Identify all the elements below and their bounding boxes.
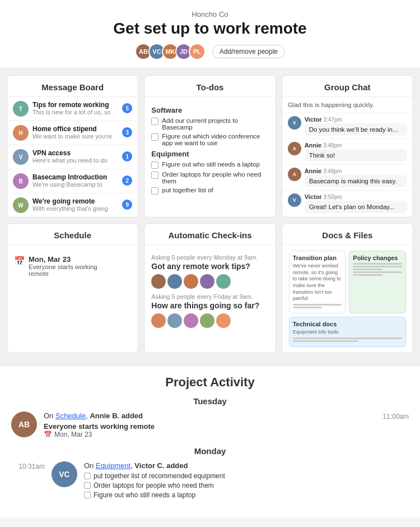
avatar: T [13, 101, 29, 117]
todo-label: Order laptops for people who need them [94, 482, 214, 489]
calendar-icon: 📅 [14, 256, 25, 266]
unread-badge: 1 [122, 151, 132, 161]
todo-checkbox[interactable] [151, 172, 158, 179]
unread-badge: 5 [122, 103, 132, 113]
todo-label: Figure out who still needs a laptop [162, 161, 260, 168]
avatar: V [13, 149, 29, 165]
chat-bubble: Think so! [305, 149, 407, 161]
schedule-link[interactable]: Schedule [55, 412, 86, 420]
auto-checkins-card: Automatic Check-ins Asking 5 people ever… [144, 223, 276, 353]
todo-checkbox[interactable] [84, 492, 91, 498]
doc-line [353, 266, 402, 267]
avatar [216, 313, 231, 328]
chat-meta: Annie 3:48pm [305, 142, 407, 149]
todo-section-software: Software [151, 106, 268, 114]
page-header: Honcho Co Get set up to work remote AB V… [0, 0, 420, 68]
activity-item: AB On Schedule, Annie B. added Everyone … [11, 412, 409, 438]
todo-label: Order laptops for people who need them [162, 171, 268, 184]
checkin-question: Got any remote work tips? [151, 262, 268, 271]
schedule-card: Schedule 📅 Mon, Mar 23 Everyone starts w… [7, 223, 138, 353]
docs-files-title: Docs & Files [282, 224, 413, 245]
docs-content: Transition plan We've never worked remot… [282, 245, 413, 353]
checkin-ask: Asking 5 people every Friday at 9am. [151, 293, 268, 300]
todo-item: Order laptops for people who need them [151, 171, 268, 184]
avatar: V [288, 193, 301, 207]
activity-day-tuesday: Tuesday [11, 396, 409, 406]
doc-item[interactable]: Technical docs Equipment info tools [289, 317, 406, 347]
message-title: Tips for remote working [32, 101, 118, 109]
doc-body: We've never worked remote, so it's going… [293, 263, 342, 302]
activity-time: 11:00am [375, 412, 409, 420]
equipment-link[interactable]: Equipment [96, 461, 130, 470]
activity-time: 10:31am [11, 461, 45, 470]
todos-content: Software Add our current projects to Bas… [144, 97, 275, 202]
message-preview: This is new for a lot of us, so [32, 109, 118, 115]
list-item[interactable]: B Basecamp Introduction We're using Base… [7, 169, 138, 193]
chat-meta: Victor 3:50pm [305, 193, 407, 200]
group-chat-card: Group Chat Glad this is happening quickl… [282, 75, 413, 218]
unread-badge: 9 [122, 200, 132, 210]
todos-card: To-dos Software Add our current projects… [144, 75, 276, 218]
chat-first-message: Glad this is happening quickly. [282, 97, 413, 113]
todo-label: Add our current projects to Basecamp [162, 117, 268, 131]
todo-label: put together list of recommended equipme… [94, 472, 225, 480]
list-item[interactable]: T Tips for remote working This is new fo… [7, 97, 138, 121]
checkin-question: How are things going so far? [151, 301, 268, 310]
avatar [167, 274, 182, 289]
todo-item-activity: Order laptops for people who need them [84, 482, 409, 489]
schedule-title: Schedule [7, 224, 138, 245]
message-title: We're going remote [32, 197, 118, 205]
chat-meta: Victor 3:47pm [305, 116, 407, 123]
add-people-button[interactable]: Add/remove people [212, 45, 285, 58]
cards-grid: Message Board T Tips for remote working … [7, 75, 413, 353]
doc-item[interactable]: Transition plan We've never worked remot… [289, 251, 346, 313]
todo-checkbox[interactable] [151, 161, 158, 169]
todo-item-activity: Figure out who still needs a laptop [84, 491, 409, 499]
header-avatars: AB VC MK JD PL Add/remove people [11, 43, 409, 60]
avatar: B [13, 173, 29, 189]
todo-label: put together list of [162, 187, 213, 193]
chat-bubble: Great! Let's plan on Monday... [305, 201, 407, 213]
schedule-event: 📅 Mon, Mar 23 Everyone starts workingrem… [14, 255, 131, 277]
doc-title: Technical docs [293, 321, 402, 327]
activity-event-name: Everyone starts working remote [44, 422, 368, 431]
chat-message: A Annie 3:48pm Basecamp is making this e… [282, 165, 413, 191]
activity-item: 10:31am VC On Equipment, Victor C. added… [11, 461, 409, 501]
todo-checkbox[interactable] [151, 118, 158, 125]
activity-desc: On Schedule, Annie B. added [44, 412, 368, 420]
avatar [184, 274, 198, 289]
chat-bubble: Do you think we'll be ready in... [305, 123, 407, 136]
unread-badge: 2 [122, 175, 132, 186]
avatar: AB [11, 412, 37, 437]
doc-title: Transition plan [293, 255, 342, 261]
avatar [200, 313, 214, 328]
avatar: H [13, 125, 29, 141]
todo-checkbox[interactable] [151, 187, 158, 195]
avatar [200, 274, 214, 289]
todo-checkbox[interactable] [84, 482, 91, 489]
avatar [151, 313, 166, 328]
activity-body: On Equipment, Victor C. added put togeth… [84, 461, 409, 501]
todo-checkbox[interactable] [151, 133, 158, 141]
avatar: VC [52, 461, 77, 487]
list-item[interactable]: H Home office stipend We want to make su… [7, 121, 138, 145]
checkin-ask: Asking 5 people every Monday at 9am. [151, 254, 268, 261]
activity-desc: On Equipment, Victor C. added [84, 461, 409, 470]
checkin-item: Asking 5 people every Friday at 9am. How… [151, 293, 268, 328]
doc-title: Policy changes [353, 255, 402, 261]
doc-line [353, 263, 402, 265]
list-item[interactable]: V VPN access Here's what you need to do … [7, 145, 138, 169]
list-item[interactable]: W We're going remote With everything tha… [7, 193, 138, 217]
todo-checkbox[interactable] [84, 473, 91, 479]
message-preview: Here's what you need to do [32, 157, 118, 164]
doc-line [353, 269, 382, 270]
main-content: Message Board T Tips for remote working … [0, 68, 420, 366]
todo-label: Figure out who still needs a laptop [94, 491, 195, 499]
auto-checkins-title: Automatic Check-ins [144, 224, 275, 245]
activity-title: Project Activity [11, 375, 409, 390]
message-title: VPN access [32, 149, 118, 157]
todo-item: Add our current projects to Basecamp [151, 117, 268, 131]
checkin-item: Asking 5 people every Monday at 9am. Got… [151, 254, 268, 289]
avatar: W [13, 197, 29, 213]
doc-item[interactable]: Policy changes [349, 251, 406, 313]
